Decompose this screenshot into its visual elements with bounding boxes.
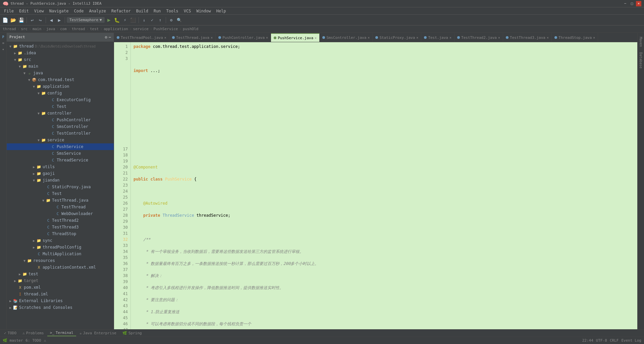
redo-button[interactable]: ↪ [37, 16, 44, 24]
menu-view[interactable]: View [32, 8, 47, 14]
settings-button[interactable]: ⚙ [168, 16, 175, 24]
tab-close-pushcontroller[interactable]: × [266, 36, 268, 40]
status-encoding[interactable]: UTF-8 [596, 338, 607, 343]
stop-button[interactable]: ⬛ [129, 16, 137, 24]
breadcrumb-test[interactable]: test [90, 27, 99, 31]
menu-edit[interactable]: Edit [16, 8, 32, 14]
tree-item-testthread3[interactable]: ▶ C TestThread3 [7, 224, 114, 230]
tree-item-staticproxy[interactable]: ▶ C StaticProxy.java [7, 184, 114, 190]
new-file-button[interactable]: 📄 [1, 16, 9, 24]
tree-item-scratches[interactable]: ▶ 📝 Scratches and Consoles [7, 304, 114, 311]
menu-code[interactable]: Code [71, 8, 87, 14]
tab-close-testthread3[interactable]: × [547, 36, 549, 40]
tab-pushcontroller[interactable]: PushController.java × [216, 33, 271, 42]
tree-item-threadservice[interactable]: ▶ C ThreadService [7, 157, 114, 163]
tab-close-threadstop[interactable]: × [593, 36, 595, 40]
tab-close-smscontroller[interactable]: × [368, 36, 370, 40]
tab-testthreadpool[interactable]: TestThreadPool.java × [114, 33, 169, 42]
tree-item-pomxml[interactable]: ▶ X pom.xml [7, 284, 114, 291]
tree-item-threadstop[interactable]: ▶ C ThreadStop [7, 230, 114, 237]
breadcrumb-thread2[interactable]: thread [72, 27, 85, 31]
back-button[interactable]: ◀ [48, 16, 55, 24]
tree-item-pushcontroller[interactable]: ▶ C PushController [7, 117, 114, 123]
tab-test[interactable]: Test.java × [421, 33, 454, 42]
tree-item-application[interactable]: ▼ 📁 application [7, 83, 114, 90]
tree-item-webdownloader[interactable]: ▶ C WebDownloader [7, 210, 114, 217]
menu-navigate[interactable]: Navigate [47, 8, 71, 14]
menu-analyze[interactable]: Analyze [86, 8, 109, 14]
tree-item-target[interactable]: ▶ 📁 target [7, 277, 114, 284]
tree-item-test-folder[interactable]: ▶ 📁 test [7, 271, 114, 277]
debug-button[interactable]: 🐛 [113, 16, 121, 24]
breadcrumb-pushold[interactable]: pushOld [183, 27, 198, 31]
menu-build[interactable]: Build [133, 8, 151, 14]
maven-label[interactable]: Maven [638, 34, 643, 50]
status-event-log[interactable]: Event Log [621, 338, 641, 343]
run-button[interactable]: ▶ [105, 16, 113, 24]
breadcrumb-src[interactable]: src [21, 27, 28, 31]
bottom-tab-terminal[interactable]: >_ Terminal [47, 330, 76, 336]
breadcrumb-pushservice[interactable]: PushService [154, 27, 178, 31]
minimize-button[interactable]: − [623, 1, 628, 6]
tree-item-service[interactable]: ▼ 📁 service [7, 137, 114, 143]
project-view-icon[interactable]: P [1, 34, 6, 40]
git-update-button[interactable]: ↓ [141, 16, 148, 24]
tree-item-thread-root[interactable]: ▼ 📁 thread D:\BaiduNetdiskDownload\threa… [7, 43, 114, 50]
tab-close-pushservice[interactable]: × [315, 36, 317, 40]
bottom-tab-problems[interactable]: ⚠ Problems [20, 330, 47, 336]
menu-file[interactable]: File [1, 8, 16, 14]
structure-icon[interactable]: ≡ [1, 40, 6, 46]
tree-item-utils[interactable]: ▶ 📁 utils [7, 163, 114, 170]
bottom-tab-todo[interactable]: ✓ TODO [1, 330, 19, 336]
tab-staticproxy[interactable]: StaticProxy.java × [373, 33, 421, 42]
tab-testthread2[interactable]: TestThread2.java × [454, 33, 503, 42]
code-editor[interactable]: 1 2 3 17 18 19 20 21 22 23 24 25 26 27 2… [114, 42, 637, 329]
database-label[interactable]: Database [638, 50, 643, 71]
tab-close-testthread[interactable]: × [211, 36, 213, 40]
tree-item-controller[interactable]: ▼ 📁 controller [7, 110, 114, 117]
run-config-selector[interactable]: TestSemaphore ▼ [67, 17, 105, 23]
tree-item-testthread2[interactable]: ▶ C TestThread2 [7, 217, 114, 224]
git-push-button[interactable]: ↑ [157, 16, 164, 24]
menu-refactor[interactable]: Refactor [109, 8, 133, 14]
tab-testthread[interactable]: TestThread.java × [169, 33, 216, 42]
bottom-tab-spring[interactable]: 🌿 Spring [120, 330, 145, 336]
bottom-tab-java-enterprise[interactable]: ☕ Java Enterprise [77, 330, 119, 336]
tree-item-threadpoolconfig[interactable]: ▶ 📁 threadPoolConfig [7, 244, 114, 251]
forward-button[interactable]: ▶ [56, 16, 63, 24]
save-button[interactable]: 💾 [17, 16, 25, 24]
tab-close-testthreadpool[interactable]: × [164, 36, 166, 40]
tree-item-testthread[interactable]: ▶ C TestThread [7, 204, 114, 210]
tree-item-smscontroller[interactable]: ▶ C SmsController [7, 123, 114, 130]
tree-item-appcontext[interactable]: ▶ X applicationContext.xml [7, 264, 114, 271]
tab-close-staticproxy[interactable]: × [416, 36, 418, 40]
tree-item-smsservice[interactable]: ▶ C SmsService [7, 150, 114, 157]
tree-item-config[interactable]: ▼ 📁 config [7, 90, 114, 96]
code-content[interactable]: package com.thread.test.application.serv… [131, 42, 637, 329]
menu-tools[interactable]: Tools [164, 8, 181, 14]
tab-smscontroller[interactable]: SmsController.java × [320, 33, 373, 42]
tree-item-src[interactable]: ▼ 📁 src [7, 56, 114, 63]
tree-item-java[interactable]: ▼ ☕ java [7, 70, 114, 76]
tree-item-test-jiandan[interactable]: ▶ C Test [7, 190, 114, 197]
tree-item-executorconfig[interactable]: ▶ C ExecutorConfig [7, 96, 114, 103]
favorites-icon[interactable]: ★ [1, 46, 6, 52]
tree-item-main[interactable]: ▼ 📁 main [7, 63, 114, 70]
breadcrumb-thread[interactable]: thread [3, 27, 16, 31]
git-commit-button[interactable]: ✓ [149, 16, 156, 24]
tree-item-idea[interactable]: ▶ 📁 .idea [7, 50, 114, 56]
menu-window[interactable]: Window [194, 8, 213, 14]
tab-threadstop[interactable]: ThreadStop.java × [552, 33, 598, 42]
tab-close-testthread2[interactable]: × [498, 36, 500, 40]
project-collapse-icon[interactable]: − [109, 35, 111, 40]
breadcrumb-com[interactable]: com [60, 27, 67, 31]
tree-item-threadiml[interactable]: ▶ I thread.iml [7, 291, 114, 297]
tab-pushservice[interactable]: PushService.java × [271, 33, 320, 42]
open-button[interactable]: 📂 [9, 16, 17, 24]
menu-help[interactable]: Help [214, 8, 229, 14]
tree-item-sync[interactable]: ▶ 📁 sync [7, 237, 114, 244]
breadcrumb-main[interactable]: main [33, 27, 42, 31]
tree-item-jiandan[interactable]: ▼ 📁 jiandan [7, 177, 114, 184]
run-with-coverage-button[interactable]: ⚡ [121, 16, 129, 24]
menu-run[interactable]: Run [151, 8, 164, 14]
